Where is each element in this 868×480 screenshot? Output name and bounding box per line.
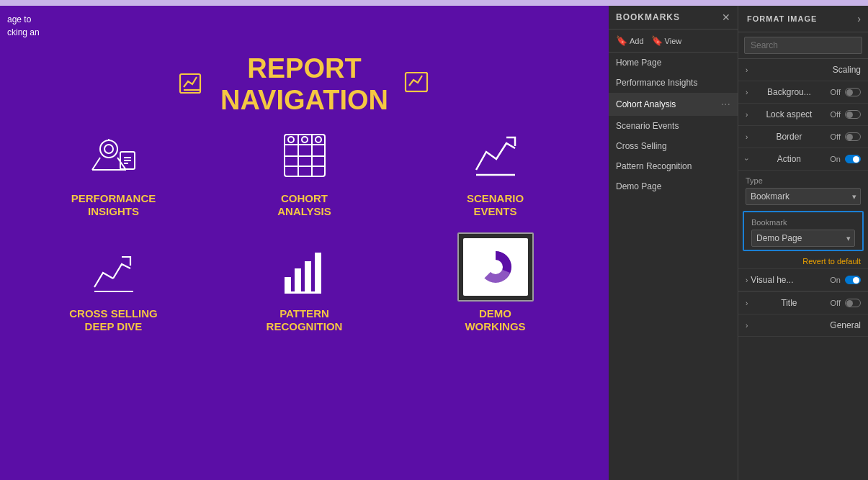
card-performance-insights[interactable]: PERFORMANCE INSIGHTS	[22, 130, 205, 218]
border-toggle-knob	[846, 134, 853, 140]
bookmark-list-item[interactable]: Demo Page	[609, 176, 738, 196]
format-border-header[interactable]: › Border Off	[738, 126, 868, 148]
visual-he-left: › Visual he...	[746, 275, 794, 285]
lock-aspect-chevron: ›	[746, 111, 748, 119]
bookmark-list-item[interactable]: Performance Insights	[609, 73, 738, 93]
bookmark-list-item[interactable]: Cross Selling	[609, 136, 738, 156]
card-label-cohort: COHORT ANALYSIS	[277, 192, 331, 218]
format-image-panel: FORMAT IMAGE › › Scaling › Backgrou... O…	[738, 6, 868, 480]
bookmark-view-button[interactable]: 🔖 View	[651, 35, 682, 46]
revert-to-default-button[interactable]: Revert to default	[738, 254, 868, 268]
scaling-label: Scaling	[833, 65, 861, 75]
card-label-performance: PERFORMANCE INSIGHTS	[71, 192, 156, 218]
bookmark-list-item[interactable]: Pattern Recognition	[609, 156, 738, 176]
card-scenario-events[interactable]: SCENARIO EVENTS	[403, 130, 587, 218]
title-toggle[interactable]	[845, 299, 861, 307]
card-label-pattern: PATTERN RECOGNITION	[267, 307, 343, 333]
visual-he-toggle-track	[845, 276, 861, 284]
bookmark-add-button[interactable]: 🔖 Add	[616, 35, 644, 46]
svg-point-15	[104, 145, 113, 153]
bookmark-list-item[interactable]: Home Page	[609, 53, 738, 73]
action-toggle-knob	[853, 156, 859, 163]
visual-he-label: Visual he...	[751, 275, 793, 285]
format-scaling-header[interactable]: › Scaling	[738, 59, 868, 81]
card-pattern-recognition[interactable]: PATTERN RECOGNITION	[212, 247, 396, 333]
format-image-title: FORMAT IMAGE	[747, 14, 817, 23]
lock-aspect-toggle[interactable]	[845, 110, 861, 119]
action-toggle[interactable]	[845, 155, 861, 163]
bookmark-list-item[interactable]: Scenario Events	[609, 116, 738, 136]
format-section-background: › Backgrou... Off	[738, 81, 868, 104]
action-chevron: ›	[743, 158, 751, 160]
bookmark-section-label: Bookmark	[751, 218, 855, 227]
scaling-chevron: ›	[746, 66, 748, 74]
visual-he-chevron: ›	[746, 276, 748, 284]
type-select-wrapper: Bookmark Back Drill through Page navigat…	[746, 188, 861, 205]
top-bar	[0, 0, 868, 6]
format-title-header[interactable]: › Title Off	[738, 292, 868, 314]
format-search-input[interactable]	[744, 37, 862, 54]
svg-line-7	[92, 158, 100, 170]
border-toggle-track	[845, 132, 861, 141]
format-image-header: FORMAT IMAGE ›	[738, 6, 868, 32]
format-background-header[interactable]: › Backgrou... Off	[738, 81, 868, 103]
format-section-action: › Action On Type Bookmark B	[738, 148, 868, 269]
svg-point-32	[488, 260, 503, 274]
format-lock-aspect-header[interactable]: › Lock aspect Off	[738, 104, 868, 125]
format-section-title: › Title Off	[738, 292, 868, 314]
cards-row-2: CROSS SELLING DEEP DIVE PATTERN	[0, 218, 609, 340]
cards-row-1: PERFORMANCE INSIGHTS	[0, 123, 609, 218]
card-icon-cross-selling	[89, 247, 139, 302]
title-chevron: ›	[746, 299, 748, 307]
title-toggle-area: Off	[831, 299, 861, 307]
format-type-section: Type Bookmark Back Drill through Page na…	[738, 171, 868, 208]
type-select[interactable]: Bookmark Back Drill through Page navigat…	[746, 188, 861, 205]
format-expand-button[interactable]: ›	[857, 13, 861, 24]
card-icon-scenario	[470, 130, 521, 186]
card-cohort-analysis[interactable]: COHORT ANALYSIS	[212, 130, 396, 218]
bookmarks-close-button[interactable]: ✕	[722, 12, 730, 23]
svg-point-24	[316, 137, 321, 142]
border-chevron: ›	[746, 133, 748, 141]
bookmark-list-item[interactable]: Cohort Analysis ···	[609, 93, 738, 116]
general-chevron: ›	[746, 322, 748, 330]
svg-point-6	[100, 140, 117, 158]
format-section-general: › General	[738, 314, 868, 337]
format-visual-header-row[interactable]: › Visual he... On	[738, 269, 868, 291]
visual-he-state: On	[830, 276, 841, 284]
format-section-scaling: › Scaling	[738, 59, 868, 81]
format-search-area	[738, 32, 868, 59]
bookmarks-actions: 🔖 Add 🔖 View	[609, 30, 738, 53]
border-toggle[interactable]	[845, 132, 861, 141]
card-demo-workings[interactable]: DEMO WORKINGS	[403, 232, 587, 333]
visual-he-toggle-knob	[853, 277, 859, 284]
card-icon-pattern	[280, 247, 329, 302]
report-title: REPORT NAVIGATION	[220, 53, 388, 116]
card-cross-selling[interactable]: CROSS SELLING DEEP DIVE	[22, 247, 205, 333]
bookmark-select[interactable]: Demo Page Home Page Performance Insights…	[751, 230, 855, 247]
title-state: Off	[831, 299, 841, 307]
format-bookmark-section: Bookmark Demo Page Home Page Performance…	[743, 211, 864, 251]
border-state: Off	[831, 132, 841, 141]
background-toggle[interactable]	[845, 88, 861, 96]
visual-he-toggle[interactable]	[845, 276, 861, 284]
format-general-header[interactable]: › General	[738, 314, 868, 336]
report-title-area: REPORT NAVIGATION	[0, 39, 609, 123]
action-toggle-track	[845, 155, 861, 163]
general-label: General	[830, 320, 861, 330]
format-action-header[interactable]: › Action On	[738, 148, 868, 171]
format-section-border: › Border Off	[738, 126, 868, 148]
background-state: Off	[831, 88, 841, 96]
background-toggle-area: Off	[831, 88, 861, 96]
svg-rect-26	[285, 277, 291, 291]
lock-aspect-label: Lock aspect	[766, 109, 812, 119]
action-label: Action	[777, 154, 801, 164]
card-label-demo: DEMO WORKINGS	[465, 307, 525, 333]
lock-aspect-state: Off	[831, 110, 841, 119]
action-toggle-area: On	[830, 155, 861, 163]
bookmark-select-wrapper: Demo Page Home Page Performance Insights…	[751, 230, 855, 247]
lock-aspect-toggle-area: Off	[831, 110, 861, 119]
card-label-cross-selling: CROSS SELLING DEEP DIVE	[69, 307, 158, 333]
bookmarks-list: Home Page Performance Insights Cohort An…	[609, 53, 738, 480]
bookmark-add-icon: 🔖	[616, 35, 627, 46]
